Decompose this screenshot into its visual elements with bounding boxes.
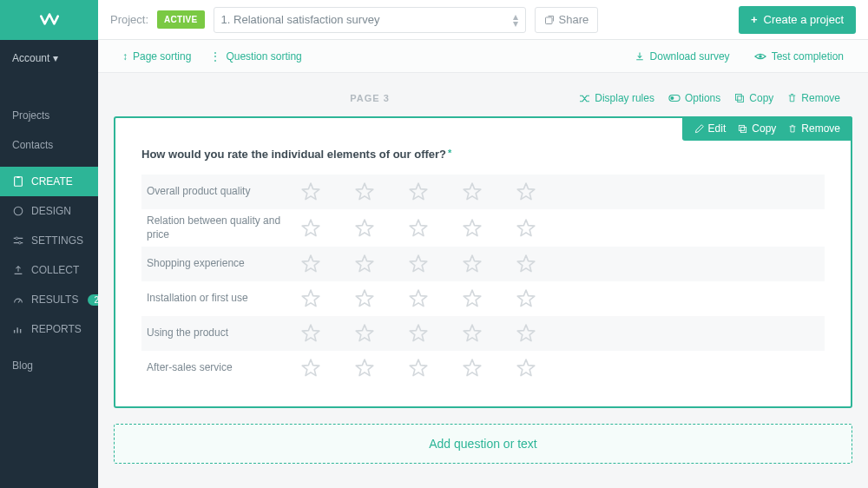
svg-rect-0 [15,177,23,187]
required-mark: * [448,148,451,158]
sidebar-item-label: Contacts [12,139,53,151]
copy-label: Copy [749,92,773,104]
star-icon[interactable] [408,181,429,202]
star-icon[interactable] [300,181,321,202]
project-name: 1. Relational satisfaction survey [221,13,380,26]
star-icon[interactable] [354,218,375,239]
sidebar-item-label: SETTINGS [31,234,83,247]
sidebar-item-results[interactable]: RESULTS20 [0,285,98,314]
sidebar-item-settings[interactable]: SETTINGS [0,226,98,255]
star-icon[interactable] [462,218,483,239]
svg-rect-12 [740,125,745,130]
star-icon[interactable] [408,323,429,344]
star-icon[interactable] [300,254,321,274]
page-title: PAGE 3 [161,93,579,103]
add-question-label: Add question or text [429,437,537,451]
star-icon[interactable] [408,288,429,309]
edit-label: Edit [708,122,727,135]
star-icon[interactable] [462,288,483,309]
star-icon[interactable] [462,323,483,344]
star-group [293,181,536,202]
svg-point-2 [14,207,23,215]
star-icon[interactable] [516,288,536,309]
star-icon[interactable] [516,254,536,274]
star-icon[interactable] [462,254,483,274]
card-edit-button[interactable]: Edit [694,122,727,135]
create-project-button[interactable]: + Create a project [739,6,856,34]
matrix-row: Shopping experience [141,247,825,281]
card-remove-button[interactable]: Remove [788,122,840,135]
star-icon[interactable] [354,358,375,379]
matrix-row: Installation or first use [141,281,825,316]
download-survey-button[interactable]: Download survey [635,50,730,63]
matrix-row-label: Shopping experience [141,252,293,276]
eye-icon [754,51,766,62]
star-icon[interactable] [300,218,321,239]
page-options-button[interactable]: Options [668,92,720,104]
sidebar-item-design[interactable]: DESIGN [0,196,98,226]
sidebar-item-label: DESIGN [31,205,71,217]
star-icon[interactable] [408,358,429,379]
star-icon[interactable] [354,254,375,274]
display-rules-button[interactable]: Display rules [579,92,654,104]
svg-point-4 [18,241,21,244]
copy-icon [738,124,747,134]
matrix-row-label: After-sales service [141,356,293,380]
star-icon[interactable] [408,254,429,274]
matrix-row-label: Relation between quality and price [141,209,293,247]
download-label: Download survey [650,50,730,63]
star-icon[interactable] [516,323,536,344]
project-selector[interactable]: 1. Relational satisfaction survey ▴▾ [214,7,526,33]
topbar: Project: ACTIVE 1. Relational satisfacti… [98,0,868,40]
card-copy-button[interactable]: Copy [738,122,776,135]
test-label: Test completion [772,50,844,63]
star-icon[interactable] [462,358,483,379]
sidebar-item-create[interactable]: CREATE [0,167,98,196]
page-sorting-button[interactable]: ↕Page sorting [122,50,191,63]
sidebar-item-collect[interactable]: COLLECT [0,255,98,285]
star-icon[interactable] [354,288,375,309]
download-icon [635,51,645,62]
copy-icon [734,93,745,103]
sidebar-item-blog[interactable]: Blog [0,351,98,380]
page-copy-button[interactable]: Copy [734,92,773,104]
share-button[interactable]: Share [535,7,599,33]
star-group [293,323,536,344]
sidebar-item-reports[interactable]: REPORTS [0,314,98,344]
sidebar-item-contacts[interactable]: Contacts [0,130,98,160]
test-completion-button[interactable]: Test completion [754,50,844,63]
matrix-row-label: Using the product [141,321,293,346]
question-card: Edit Copy Remove How would you rate the … [114,116,852,408]
svg-rect-11 [738,96,744,102]
brand-logo[interactable] [0,0,98,40]
star-icon[interactable] [516,218,536,239]
add-question-button[interactable]: Add question or text [114,424,852,464]
star-icon[interactable] [300,288,321,309]
trash-icon [787,93,797,103]
svg-point-7 [759,55,762,58]
star-icon[interactable] [354,181,375,202]
star-icon[interactable] [516,358,536,379]
star-group [293,288,536,309]
star-icon[interactable] [354,323,375,344]
svg-point-9 [670,96,674,100]
question-sorting-label: Question sorting [226,50,301,63]
page-remove-button[interactable]: Remove [787,92,840,104]
sidebar-item-label: Blog [12,359,33,372]
star-icon[interactable] [462,181,483,202]
sidebar-item-label: Projects [12,109,49,122]
star-icon[interactable] [300,358,321,379]
matrix-row: Overall product quality [141,175,825,209]
sidebar-item-label: COLLECT [31,264,79,276]
star-icon[interactable] [408,218,429,239]
sub-toolbar: ↕Page sorting ⋮Question sorting Download… [98,40,868,73]
star-icon[interactable] [300,323,321,344]
options-label: Options [685,92,720,104]
star-icon[interactable] [516,181,536,202]
shuffle-icon [579,94,590,103]
question-sorting-button[interactable]: ⋮Question sorting [210,50,301,63]
matrix-row: Using the product [141,316,825,351]
sidebar-item-projects[interactable]: Projects [0,101,98,130]
account-menu[interactable]: Account ▾ [0,40,98,76]
project-label: Project: [110,13,148,26]
